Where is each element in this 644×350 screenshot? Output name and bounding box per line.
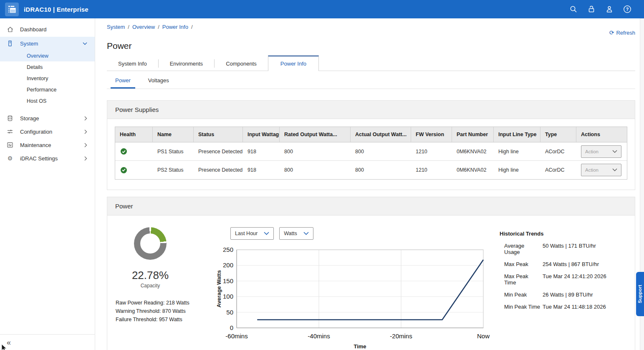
sidebar-item-idrac-settings[interactable]: ⚙ iDRAC Settings [0, 152, 95, 165]
ps-name: PS1 Status [153, 142, 194, 160]
sidebar-item-configuration[interactable]: Configuration [0, 125, 95, 138]
sidebar-item-label: Performance [27, 87, 57, 93]
raw-power-reading: Raw Power Reading: 218 Watts [116, 299, 216, 307]
col-input-wattage: Input Wattage [243, 127, 280, 142]
ps-actual-output: 800 [351, 142, 411, 160]
breadcrumb-overview[interactable]: Overview [132, 24, 155, 30]
col-fw-version: FW Version [411, 127, 452, 142]
svg-text:?: ? [626, 7, 629, 12]
action-label: Action [585, 149, 599, 154]
ps-input-wattage: 918 [243, 142, 280, 160]
unlock-icon[interactable] [586, 4, 596, 14]
ps-rated-output: 800 [280, 142, 351, 160]
svg-text:-20mins: -20mins [390, 332, 412, 340]
sidebar-item-maintenance[interactable]: Maintenance [0, 138, 95, 152]
app-title: iDRAC10 | Enterprise [24, 6, 88, 13]
breadcrumb-system[interactable]: System [107, 24, 125, 30]
tab-environments[interactable]: Environments [159, 57, 214, 71]
action-label: Action [585, 167, 599, 172]
sidebar-footer: « [0, 334, 95, 350]
action-dropdown[interactable]: Action [581, 164, 621, 176]
page-title: Power [107, 41, 635, 51]
sidebar: Dashboard System Overview Details Inven [0, 18, 95, 350]
sidebar-item-dashboard[interactable]: Dashboard [0, 22, 95, 37]
tab-power-info[interactable]: Power Info [268, 56, 319, 71]
col-status: Status [194, 127, 243, 142]
col-type: Type [540, 127, 576, 142]
refresh-label: Refresh [616, 30, 635, 36]
chevron-down-icon [612, 150, 617, 153]
svg-text:150: 150 [223, 277, 233, 284]
action-dropdown[interactable]: Action [581, 145, 621, 158]
col-actual-output: Actual Output Watt... [351, 127, 411, 142]
sub-tab-bar: Power Voltages [107, 74, 635, 89]
historical-trends-title: Historical Trends [500, 231, 631, 237]
donut-hole [140, 233, 160, 254]
chevron-down-icon [83, 42, 87, 45]
svg-text:250: 250 [223, 246, 233, 253]
subtab-voltages[interactable]: Voltages [144, 74, 174, 89]
table-row-ps1: PS1 Status Presence Detected 918 800 800… [115, 142, 627, 161]
breadcrumb-separator: / [158, 24, 159, 30]
support-tab[interactable]: Support [636, 272, 644, 316]
sidebar-item-label: Host OS [27, 98, 46, 104]
table-header-row: Health Name Status Input Wattage Rated O… [115, 127, 627, 142]
chevron-right-icon [84, 129, 87, 134]
sidebar-item-host-os[interactable]: Host OS [0, 95, 95, 107]
unit-dropdown[interactable]: Watts [279, 227, 313, 240]
trend-row: Max Peak Time Tue Mar 24 12:41:20 2026 [500, 273, 631, 286]
ps-status: Presence Detected [194, 142, 243, 160]
ps-rated-output: 800 [280, 161, 351, 179]
ps-type: ACorDC [540, 161, 576, 179]
ps-input-wattage: 918 [243, 161, 280, 179]
chevron-right-icon [84, 156, 87, 161]
col-rated-output: Rated Output Watta... [280, 127, 351, 142]
sidebar-item-inventory[interactable]: Inventory [0, 73, 95, 84]
svg-text:Now: Now [477, 332, 490, 340]
help-icon[interactable]: ? [622, 4, 632, 14]
svg-text:-60mins: -60mins [225, 332, 247, 340]
tab-system-info[interactable]: System Info [107, 57, 158, 71]
user-icon[interactable] [604, 4, 614, 14]
breadcrumb-separator: / [128, 24, 129, 30]
capacity-percent: 22.78% [116, 269, 185, 282]
idrac-logo-icon [5, 3, 19, 16]
svg-text:100: 100 [223, 293, 233, 300]
trend-row: Min Peak Time Tue Mar 24 11:48:18 2026 [500, 304, 631, 310]
refresh-button[interactable]: ⟳ Refresh [609, 29, 635, 36]
sidebar-item-storage[interactable]: Storage [0, 112, 95, 125]
trend-value: Tue Mar 24 11:48:18 2026 [543, 304, 606, 310]
subtab-power[interactable]: Power [111, 74, 135, 89]
trend-label: Average Usage [504, 243, 540, 255]
capacity-gauge: 22.78% Capacity Raw Power Reading: 218 W… [116, 227, 216, 350]
search-icon[interactable] [568, 4, 578, 14]
col-name: Name [153, 127, 194, 142]
ps-fw-version: 1210 [411, 142, 452, 160]
sidebar-item-details[interactable]: Details [0, 61, 95, 73]
sidebar-item-label: iDRAC Settings [20, 155, 58, 162]
sidebar-item-overview[interactable]: Overview [0, 50, 95, 61]
trend-value: 26 Watts | 89 BTU/hr [543, 292, 593, 298]
time-range-dropdown[interactable]: Last Hour [230, 227, 274, 240]
chevron-down-icon [303, 232, 309, 235]
svg-text:0: 0 [230, 324, 233, 331]
sidebar-item-label: System [20, 41, 38, 47]
ps-input-line-type: High line [494, 142, 540, 160]
capacity-label: Capacity [116, 283, 185, 289]
tab-components[interactable]: Components [215, 57, 268, 71]
power-supplies-table: Health Name Status Input Wattage Rated O… [115, 127, 627, 180]
trend-value: Tue Mar 24 12:41:20 2026 [543, 273, 606, 286]
col-part-number: Part Number [452, 127, 494, 142]
sidebar-item-label: Maintenance [20, 142, 51, 148]
sidebar-item-label: Storage [20, 115, 39, 122]
sidebar-item-system[interactable]: System [0, 37, 95, 50]
sliders-icon [0, 128, 20, 135]
svg-text:-40mins: -40mins [308, 332, 330, 340]
sidebar-item-performance[interactable]: Performance [0, 84, 95, 95]
ps-name: PS2 Status [153, 161, 194, 179]
power-readings: Raw Power Reading: 218 Watts Warning Thr… [116, 299, 216, 324]
storage-icon [0, 115, 20, 122]
breadcrumb-power-info[interactable]: Power Info [162, 24, 188, 30]
capacity-donut-chart [134, 227, 167, 260]
warning-threshold: Warning Threshold: 870 Watts [116, 307, 216, 315]
